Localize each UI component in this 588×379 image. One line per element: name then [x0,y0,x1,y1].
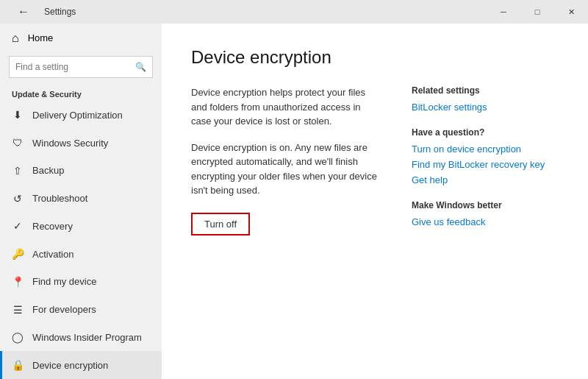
titlebar-left: ← Settings [9,0,76,26]
lock-icon: 🔒 [12,359,24,371]
related-settings-title: Related settings [412,85,559,96]
page-title: Device encryption [191,47,559,68]
content-body: Device encryption helps protect your fil… [191,85,559,355]
sidebar-item-device-encryption[interactable]: 🔒 Device encryption [0,351,162,379]
give-feedback-link[interactable]: Give us feedback [412,216,559,227]
titlebar-title: Settings [44,7,76,17]
related-settings-section: Related settings BitLocker settings [412,85,559,113]
content-main: Device encryption helps protect your fil… [191,85,382,355]
sidebar-item-label: Activation [32,249,74,260]
make-better-title: Make Windows better [412,200,559,210]
sidebar-item-for-developers[interactable]: ☰ For developers [0,296,162,324]
sidebar: ⌂ Home 🔍 Update & Security ⬇ Delivery Op… [0,24,162,379]
have-question-section: Have a question? Turn on device encrypti… [412,127,559,185]
titlebar: ← Settings ─ □ ✕ [0,0,588,24]
sidebar-item-label: Device encryption [32,360,108,371]
location-icon: 📍 [12,276,24,288]
content-area: Device encryption Device encryption help… [162,24,588,379]
sidebar-item-label: Backup [32,165,64,176]
search-box[interactable]: 🔍 [9,56,153,78]
insider-icon: ◯ [12,331,24,343]
bitlocker-settings-link[interactable]: BitLocker settings [412,102,559,113]
close-button[interactable]: ✕ [554,0,588,24]
sidebar-item-backup[interactable]: ⇧ Backup [0,157,162,185]
backup-icon: ⇧ [12,165,24,177]
sidebar-item-label: Delivery Optimization [32,110,123,121]
sidebar-item-label: Windows Security [32,138,108,149]
maximize-button[interactable]: □ [520,0,554,24]
troubleshoot-icon: ↺ [12,193,24,205]
sidebar-item-delivery-optimization[interactable]: ⬇ Delivery Optimization [0,102,162,130]
turn-off-button[interactable]: Turn off [191,213,250,235]
sidebar-item-home[interactable]: ⌂ Home [0,24,162,53]
search-input[interactable] [15,62,135,72]
activation-icon: 🔑 [12,248,24,260]
sidebar-item-activation[interactable]: 🔑 Activation [0,240,162,268]
make-better-section: Make Windows better Give us feedback [412,200,559,227]
home-icon: ⌂ [12,32,19,45]
sidebar-item-troubleshoot[interactable]: ↺ Troubleshoot [0,185,162,213]
status-text: Device encryption is on. Any new files a… [191,141,382,198]
delivery-icon: ⬇ [12,109,24,121]
sidebar-item-label: Find my device [32,276,96,287]
right-panel: Related settings BitLocker settings Have… [412,85,559,355]
minimize-button[interactable]: ─ [487,0,520,24]
recovery-icon: ✓ [12,220,24,232]
sidebar-item-label: Recovery [32,221,73,232]
titlebar-controls: ─ □ ✕ [487,0,588,24]
sidebar-item-label: For developers [32,304,96,315]
sidebar-item-label: Windows Insider Program [32,332,142,343]
back-button[interactable]: ← [9,0,38,26]
description-text: Device encryption helps protect your fil… [191,85,382,129]
turn-on-encryption-link[interactable]: Turn on device encryption [412,144,559,155]
sidebar-item-find-my-device[interactable]: 📍 Find my device [0,268,162,296]
sidebar-item-windows-security[interactable]: 🛡 Windows Security [0,129,162,157]
sidebar-item-windows-insider[interactable]: ◯ Windows Insider Program [0,324,162,352]
sidebar-item-label: Troubleshoot [32,193,87,204]
have-question-title: Have a question? [412,127,559,138]
sidebar-item-recovery[interactable]: ✓ Recovery [0,213,162,241]
sidebar-section-label: Update & Security [0,84,162,102]
sidebar-home-label: Home [28,32,54,43]
get-help-link[interactable]: Get help [412,174,559,185]
recovery-key-link[interactable]: Find my BitLocker recovery key [412,159,559,170]
app-body: ⌂ Home 🔍 Update & Security ⬇ Delivery Op… [0,24,588,379]
shield-icon: 🛡 [12,137,24,149]
search-icon: 🔍 [135,62,146,72]
developers-icon: ☰ [12,304,24,316]
